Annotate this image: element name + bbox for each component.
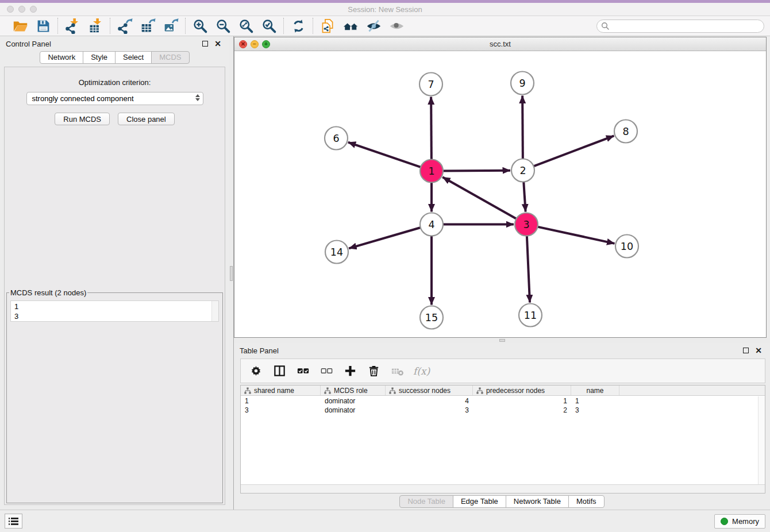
- graph-node-11[interactable]: 11: [519, 304, 542, 327]
- run-mcds-button[interactable]: Run MCDS: [55, 113, 110, 125]
- close-panel-icon[interactable]: ✕: [214, 41, 221, 47]
- edge-3-10[interactable]: [536, 226, 615, 244]
- tab-edge-table[interactable]: Edge Table: [453, 495, 506, 508]
- cell-name: 3: [571, 406, 619, 415]
- network-close-button[interactable]: ✕: [239, 40, 247, 48]
- graph-node-4[interactable]: 4: [420, 213, 443, 236]
- show-all-icon[interactable]: [387, 17, 406, 34]
- splitter-grip-icon[interactable]: [230, 266, 233, 281]
- zoom-in-icon[interactable]: [191, 17, 209, 34]
- mcds-result-group: MCDS result (2 nodes) 13: [6, 288, 223, 503]
- open-file-icon[interactable]: [11, 17, 29, 34]
- graph-node-7[interactable]: 7: [419, 73, 442, 96]
- table-settings-icon[interactable]: [248, 364, 263, 379]
- graph-node-1[interactable]: 1: [420, 160, 443, 183]
- graph-node-8[interactable]: 8: [614, 120, 637, 143]
- network-canvas[interactable]: 7968124314101511: [234, 51, 766, 337]
- graph-node-9[interactable]: 9: [511, 72, 534, 95]
- edge-1-7[interactable]: [431, 97, 432, 161]
- mcds-result-box[interactable]: 13: [10, 300, 219, 322]
- edge-4-14[interactable]: [349, 227, 422, 248]
- split-panel-icon[interactable]: [272, 364, 287, 379]
- column-header-shared-name[interactable]: shared name: [241, 385, 321, 395]
- task-history-button[interactable]: [5, 514, 22, 529]
- mcds-tab-body: Optimization criterion: strongly connect…: [4, 67, 225, 505]
- edge-3-11[interactable]: [527, 234, 530, 302]
- search-icon: [601, 22, 610, 33]
- horizontal-splitter[interactable]: [234, 338, 770, 343]
- tab-mcds[interactable]: MCDS: [151, 51, 189, 64]
- export-network-icon[interactable]: [116, 17, 134, 34]
- result-vertical-scrollbar[interactable]: [211, 301, 218, 321]
- application-window: Session: New Session Control Panel ✕ Net…: [0, 0, 770, 532]
- network-minimize-button[interactable]: −: [251, 40, 259, 48]
- edge-2-8[interactable]: [532, 136, 614, 167]
- save-session-icon[interactable]: [34, 17, 52, 34]
- edge-3-1[interactable]: [442, 177, 518, 219]
- zoom-selected-icon[interactable]: [260, 17, 278, 34]
- edge-1-2[interactable]: [441, 171, 510, 171]
- mcds-result-title: MCDS result (2 nodes): [9, 288, 87, 297]
- close-panel-icon[interactable]: ✕: [755, 348, 762, 353]
- minimize-window-button[interactable]: [18, 6, 25, 13]
- import-table-icon[interactable]: [86, 17, 105, 34]
- tab-network-table[interactable]: Network Table: [506, 495, 569, 508]
- graph-node-15[interactable]: 15: [420, 306, 443, 329]
- graph-node-14[interactable]: 14: [325, 241, 348, 264]
- export-image-icon[interactable]: [161, 17, 180, 34]
- table-vertical-scrollbar[interactable]: [758, 396, 765, 484]
- graph-node-2[interactable]: 2: [511, 159, 534, 182]
- tab-style[interactable]: Style: [83, 51, 116, 64]
- edge-2-9[interactable]: [522, 95, 523, 160]
- zoom-window-button[interactable]: [30, 6, 37, 13]
- tab-network[interactable]: Network: [40, 51, 83, 64]
- column-header-name[interactable]: name: [571, 385, 619, 395]
- close-window-button[interactable]: [7, 6, 14, 13]
- table-toolbar: f(x): [240, 358, 765, 383]
- float-panel-icon[interactable]: [743, 348, 749, 353]
- add-column-icon[interactable]: [342, 364, 357, 379]
- table-panel-tabs: Node TableEdge TableNetwork TableMotifs: [234, 494, 770, 510]
- graph-node-10[interactable]: 10: [615, 235, 638, 258]
- table-row[interactable]: 1dominator411: [241, 397, 765, 406]
- delete-column-icon[interactable]: [366, 364, 381, 379]
- column-header-mcds-role[interactable]: MCDS role: [321, 385, 386, 395]
- clone-network-icon[interactable]: [318, 17, 337, 34]
- hide-selected-icon[interactable]: [364, 17, 383, 34]
- close-panel-button[interactable]: Close panel: [118, 113, 175, 125]
- svg-text:4: 4: [428, 219, 434, 230]
- export-table-icon[interactable]: [138, 17, 157, 34]
- tab-node-table[interactable]: Node Table: [399, 495, 453, 508]
- graph-node-6[interactable]: 6: [325, 127, 348, 150]
- table-horizontal-scrollbar[interactable]: [241, 484, 765, 493]
- zoom-fit-icon[interactable]: [237, 17, 255, 34]
- select-all-checks-icon[interactable]: [295, 364, 310, 379]
- right-column: ✕ − + scc.txt 79681243141015: [234, 36, 770, 510]
- edge-2-3[interactable]: [523, 180, 526, 211]
- table-row[interactable]: 3dominator323: [241, 406, 765, 415]
- edge-1-6[interactable]: [348, 142, 422, 168]
- dropdown-stepper-icon: [195, 94, 200, 101]
- criterion-dropdown[interactable]: strongly connected component: [26, 92, 203, 105]
- cell-mcds-role: dominator: [321, 406, 386, 415]
- tab-select[interactable]: Select: [115, 51, 152, 64]
- column-header-predecessor-nodes[interactable]: predecessor nodes: [473, 385, 571, 395]
- result-line: 3: [14, 311, 218, 321]
- apply-layout-icon[interactable]: [289, 17, 307, 34]
- memory-button[interactable]: Memory: [714, 514, 765, 529]
- svg-text:1: 1: [428, 165, 434, 177]
- vertical-splitter[interactable]: [229, 36, 234, 510]
- clear-checks-icon[interactable]: [319, 364, 334, 379]
- control-panel-tabs: NetworkStyleSelectMCDS: [0, 51, 229, 64]
- zoom-out-icon[interactable]: [214, 17, 232, 34]
- search-input[interactable]: [596, 20, 764, 33]
- column-label: shared name: [254, 387, 294, 395]
- float-panel-icon[interactable]: [202, 41, 208, 47]
- home-view-icon[interactable]: [341, 17, 360, 34]
- network-zoom-button[interactable]: +: [262, 40, 270, 48]
- tab-motifs[interactable]: Motifs: [568, 495, 605, 508]
- graph-node-3[interactable]: 3: [515, 213, 538, 236]
- import-network-icon[interactable]: [63, 17, 82, 34]
- column-header-successor-nodes[interactable]: successor nodes: [386, 385, 473, 395]
- splitter-grip-icon[interactable]: [499, 339, 505, 342]
